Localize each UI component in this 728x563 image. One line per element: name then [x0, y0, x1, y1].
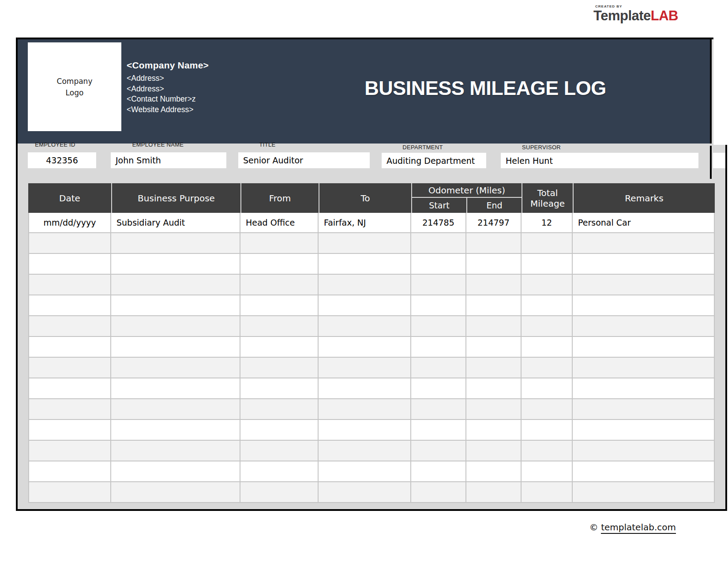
- cell-total-mileage[interactable]: [522, 295, 573, 316]
- cell-remarks[interactable]: [573, 275, 715, 295]
- cell-remarks[interactable]: [573, 482, 715, 503]
- cell-to[interactable]: [319, 378, 411, 399]
- cell-from[interactable]: [240, 316, 319, 337]
- cell-from[interactable]: [240, 275, 319, 295]
- cell-total-mileage[interactable]: [522, 461, 573, 482]
- cell-from[interactable]: [240, 233, 319, 254]
- cell-total-mileage[interactable]: [522, 482, 573, 503]
- cell-from[interactable]: [240, 295, 319, 316]
- cell-date[interactable]: [28, 275, 111, 295]
- cell-to[interactable]: [319, 482, 411, 503]
- cell-purpose[interactable]: [111, 399, 240, 420]
- cell-odometer-start[interactable]: [411, 295, 466, 316]
- cell-purpose[interactable]: [111, 275, 240, 295]
- cell-purpose[interactable]: [111, 254, 240, 275]
- cell-to[interactable]: [319, 275, 411, 295]
- cell-date[interactable]: mm/dd/yyyy: [28, 213, 111, 233]
- cell-odometer-end[interactable]: [466, 441, 522, 461]
- cell-odometer-start[interactable]: [411, 399, 466, 420]
- cell-total-mileage[interactable]: [522, 254, 573, 275]
- cell-from[interactable]: Head Office: [240, 213, 319, 233]
- cell-odometer-start[interactable]: [411, 420, 466, 441]
- cell-odometer-start[interactable]: [411, 482, 466, 503]
- cell-odometer-start[interactable]: [411, 358, 466, 378]
- department-field[interactable]: Auditing Department: [382, 153, 486, 168]
- cell-total-mileage[interactable]: [522, 399, 573, 420]
- cell-from[interactable]: [240, 461, 319, 482]
- cell-from[interactable]: [240, 399, 319, 420]
- cell-to[interactable]: Fairfax, NJ: [319, 213, 411, 233]
- cell-remarks[interactable]: [573, 378, 715, 399]
- cell-odometer-start[interactable]: [411, 441, 466, 461]
- cell-odometer-start[interactable]: [411, 378, 466, 399]
- cell-date[interactable]: [28, 378, 111, 399]
- cell-remarks[interactable]: [573, 233, 715, 254]
- cell-total-mileage[interactable]: [522, 337, 573, 358]
- cell-from[interactable]: [240, 378, 319, 399]
- cell-odometer-start[interactable]: 214785: [411, 213, 466, 233]
- cell-total-mileage[interactable]: [522, 316, 573, 337]
- cell-purpose[interactable]: [111, 233, 240, 254]
- cell-to[interactable]: [319, 441, 411, 461]
- company-logo-placeholder[interactable]: Company Logo: [28, 42, 121, 131]
- cell-purpose[interactable]: [111, 378, 240, 399]
- cell-to[interactable]: [319, 254, 411, 275]
- cell-odometer-end[interactable]: [466, 316, 522, 337]
- cell-from[interactable]: [240, 420, 319, 441]
- cell-purpose[interactable]: [111, 295, 240, 316]
- cell-remarks[interactable]: [573, 254, 715, 275]
- cell-purpose[interactable]: [111, 337, 240, 358]
- cell-odometer-end[interactable]: [466, 461, 522, 482]
- extra-field-box[interactable]: [713, 153, 725, 168]
- cell-odometer-start[interactable]: [411, 254, 466, 275]
- cell-remarks[interactable]: [573, 461, 715, 482]
- cell-to[interactable]: [319, 420, 411, 441]
- cell-date[interactable]: [28, 399, 111, 420]
- cell-from[interactable]: [240, 337, 319, 358]
- cell-total-mileage[interactable]: [522, 441, 573, 461]
- cell-purpose[interactable]: [111, 316, 240, 337]
- cell-date[interactable]: [28, 316, 111, 337]
- title-field[interactable]: Senior Auditor: [238, 152, 370, 168]
- cell-odometer-end[interactable]: [466, 420, 522, 441]
- cell-odometer-end[interactable]: [466, 275, 522, 295]
- employee-name-field[interactable]: John Smith: [111, 152, 226, 168]
- cell-to[interactable]: [319, 316, 411, 337]
- cell-date[interactable]: [28, 482, 111, 503]
- cell-total-mileage[interactable]: [522, 378, 573, 399]
- cell-odometer-start[interactable]: [411, 461, 466, 482]
- cell-total-mileage[interactable]: [522, 420, 573, 441]
- cell-date[interactable]: [28, 233, 111, 254]
- cell-odometer-end[interactable]: [466, 254, 522, 275]
- cell-date[interactable]: [28, 441, 111, 461]
- supervisor-field[interactable]: Helen Hunt: [501, 153, 698, 168]
- cell-remarks[interactable]: [573, 420, 715, 441]
- cell-odometer-start[interactable]: [411, 316, 466, 337]
- cell-to[interactable]: [319, 337, 411, 358]
- cell-odometer-end[interactable]: [466, 399, 522, 420]
- cell-odometer-start[interactable]: [411, 233, 466, 254]
- cell-purpose[interactable]: [111, 482, 240, 503]
- cell-from[interactable]: [240, 358, 319, 378]
- cell-remarks[interactable]: [573, 441, 715, 461]
- cell-odometer-end[interactable]: 214797: [466, 213, 522, 233]
- cell-purpose[interactable]: [111, 420, 240, 441]
- cell-date[interactable]: [28, 337, 111, 358]
- templatelab-link[interactable]: templatelab.com: [601, 522, 676, 534]
- cell-to[interactable]: [319, 358, 411, 378]
- cell-odometer-end[interactable]: [466, 233, 522, 254]
- cell-purpose[interactable]: [111, 441, 240, 461]
- cell-to[interactable]: [319, 399, 411, 420]
- employee-id-field[interactable]: 432356: [28, 152, 96, 168]
- cell-total-mileage[interactable]: [522, 233, 573, 254]
- cell-date[interactable]: [28, 461, 111, 482]
- cell-odometer-end[interactable]: [466, 337, 522, 358]
- cell-remarks[interactable]: [573, 295, 715, 316]
- cell-odometer-end[interactable]: [466, 482, 522, 503]
- cell-remarks[interactable]: [573, 316, 715, 337]
- cell-to[interactable]: [319, 233, 411, 254]
- cell-remarks[interactable]: Personal Car: [573, 213, 715, 233]
- cell-purpose[interactable]: [111, 358, 240, 378]
- cell-to[interactable]: [319, 461, 411, 482]
- cell-total-mileage[interactable]: [522, 358, 573, 378]
